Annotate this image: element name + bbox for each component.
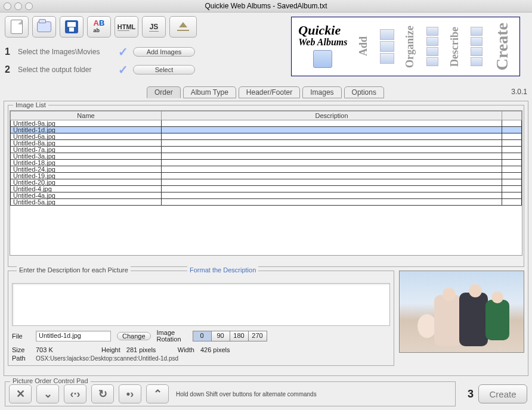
width-label: Width	[178, 346, 194, 353]
check-icon: ✓	[118, 63, 128, 77]
move-down-button[interactable]: ⌄	[36, 384, 59, 403]
table-row[interactable]: Untitled-6a.jpg	[11, 133, 522, 140]
tab-album-type[interactable]: Album Type	[183, 86, 236, 98]
move-up-button[interactable]: ⌃	[146, 384, 169, 403]
check-icon: ✓	[118, 45, 128, 59]
change-file-button[interactable]: Change	[117, 332, 151, 340]
table-row-empty	[11, 218, 522, 223]
cell-desc	[162, 192, 502, 199]
image-table[interactable]: Name Description Untitled-9a.jpgUntitled…	[10, 111, 522, 241]
size-label: Size	[12, 346, 30, 353]
table-row[interactable]: Untitled-1d.jpg	[11, 127, 522, 133]
cell-name: Untitled-8a.jpg	[11, 140, 162, 147]
cell-name: Untitled-1d.jpg	[11, 127, 162, 133]
path-label: Path	[12, 355, 30, 362]
cell-pad	[502, 199, 522, 206]
cell-pad	[502, 192, 522, 199]
description-textarea[interactable]	[12, 283, 390, 326]
text-style-button[interactable]: ABab	[87, 16, 111, 38]
cell-name: Untitled-19.jpg	[11, 173, 162, 179]
next-icon: •›	[126, 388, 134, 400]
rot-270[interactable]: 270	[249, 331, 267, 341]
cell-desc	[162, 120, 502, 127]
col-desc[interactable]: Description	[162, 111, 502, 120]
rotate-icon: ↻	[98, 387, 107, 400]
tab-options[interactable]: Options	[344, 86, 384, 98]
upload-icon	[177, 23, 189, 31]
open-button[interactable]	[32, 16, 56, 38]
cell-desc	[162, 166, 502, 173]
app-window: Quickie Web Albums - SavedAlbum.txt ABab…	[0, 0, 532, 410]
promo-title-1: Quickie	[298, 23, 341, 38]
tab-header-footer[interactable]: Header/Footer	[239, 86, 300, 98]
minimize-icon[interactable]	[14, 2, 22, 10]
table-row[interactable]: Untitled-19.jpg	[11, 173, 522, 179]
table-row[interactable]: Untitled-18.jpg	[11, 160, 522, 166]
col-name[interactable]: Name	[11, 111, 162, 120]
table-row[interactable]: Untitled-20.jpg	[11, 179, 522, 186]
window-title: Quickie Web Albums - SavedAlbum.txt	[205, 2, 327, 10]
cell-pad	[502, 120, 522, 127]
pocp-title: Picture Order Control Pad	[10, 377, 91, 384]
x-icon: ✕	[16, 387, 25, 400]
width-value: 426 pixels	[200, 346, 230, 353]
tab-order[interactable]: Order	[147, 86, 181, 98]
cell-pad	[502, 179, 522, 186]
promo-title-2: Web Albums	[298, 37, 347, 47]
table-row[interactable]: Untitled-4a.jpg	[11, 192, 522, 199]
promo-word-add: Add	[357, 36, 370, 56]
table-row[interactable]: Untitled-24.jpg	[11, 166, 522, 173]
save-icon	[65, 20, 78, 33]
cell-desc	[162, 179, 502, 186]
export-button[interactable]	[169, 16, 197, 38]
table-row[interactable]: Untitled-9a.jpg	[11, 120, 522, 127]
js-icon: JS	[149, 23, 159, 32]
cell-pad	[502, 160, 522, 166]
cell-desc	[162, 173, 502, 179]
delete-button[interactable]: ✕	[9, 384, 32, 403]
swap-button[interactable]: ‹·›	[64, 384, 86, 403]
select-folder-button[interactable]: Select	[133, 65, 195, 74]
table-row[interactable]: Untitled-5a.jpg	[11, 199, 522, 206]
add-images-button[interactable]: Add Images	[133, 47, 195, 57]
order-panel: Image List Name Description Untitled-9a.…	[4, 101, 528, 376]
close-icon[interactable]	[4, 2, 11, 10]
table-row-empty	[11, 223, 522, 229]
html-button[interactable]: HTML	[115, 16, 138, 38]
col-scroll	[502, 111, 522, 120]
table-row[interactable]: Untitled-3a.jpg	[11, 153, 522, 160]
promo-banner: QuickieWeb Albums Add Organize Describe …	[291, 17, 520, 76]
new-button[interactable]	[5, 16, 29, 38]
create-button[interactable]: Create	[478, 384, 527, 403]
file-name-input[interactable]: Untitled-1d.jpg	[36, 331, 111, 341]
pocp-hint: Hold down Shift over buttons for alterna…	[176, 391, 317, 397]
cell-name: Untitled-20.jpg	[11, 179, 162, 186]
description-group: Enter the Description for each Picture F…	[8, 271, 394, 366]
rot-180[interactable]: 180	[230, 331, 249, 341]
zoom-icon[interactable]	[25, 2, 33, 10]
cell-desc	[162, 186, 502, 192]
rotate-button[interactable]: ↻	[91, 384, 114, 403]
rotation-segmented[interactable]: 0 90 180 270	[193, 331, 267, 341]
cell-name: Untitled-4a.jpg	[11, 192, 162, 199]
save-button[interactable]	[60, 16, 83, 38]
swap-icon: ‹·›	[70, 388, 81, 400]
step-3-num: 3	[468, 388, 474, 400]
rot-0[interactable]: 0	[193, 331, 212, 341]
version-label: 3.0.1	[511, 88, 527, 96]
table-row[interactable]: Untitled-7a.jpg	[11, 147, 522, 153]
abc-icon: ABab	[94, 20, 105, 34]
cell-pad	[502, 186, 522, 192]
page-icon	[11, 20, 23, 34]
table-row[interactable]: Untitled-8a.jpg	[11, 140, 522, 147]
format-description-link[interactable]: Format the Description	[187, 266, 258, 274]
rot-90[interactable]: 90	[212, 331, 230, 341]
cell-pad	[502, 147, 522, 153]
table-row[interactable]: Untitled-4.jpg	[11, 186, 522, 192]
promo-word-describe: Describe	[449, 27, 461, 67]
tab-images[interactable]: Images	[302, 86, 341, 98]
height-value: 281 pixels	[126, 346, 172, 353]
next-button[interactable]: •›	[119, 384, 141, 403]
js-button[interactable]: JS	[142, 16, 166, 38]
desc-title: Enter the Description for each Picture	[17, 266, 131, 274]
